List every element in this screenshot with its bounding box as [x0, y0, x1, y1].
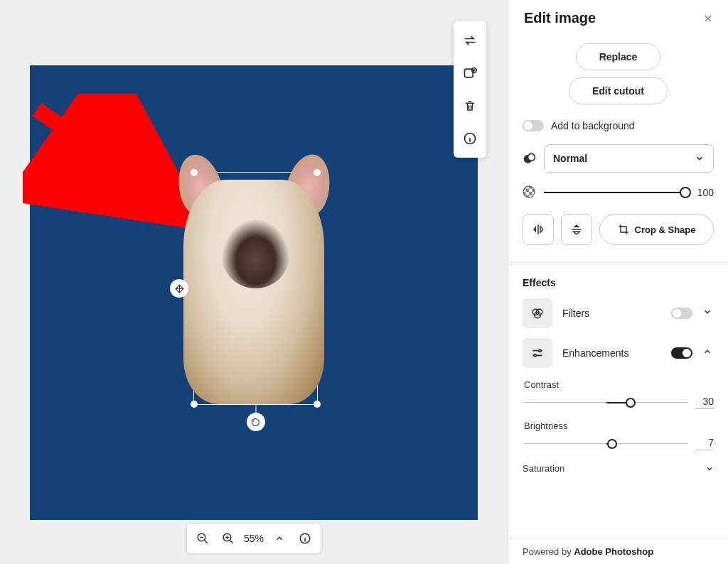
zoom-in-icon — [222, 532, 235, 545]
chevron-down-icon — [705, 465, 714, 473]
brightness-group: Brightness 7 — [524, 421, 714, 450]
transform-row: Crop & Shape — [523, 214, 714, 245]
rotate-connector — [255, 404, 256, 413]
filters-toggle[interactable] — [671, 308, 692, 319]
footer-prefix: Powered by — [523, 546, 574, 557]
filters-row: Filters — [523, 298, 714, 328]
info-icon — [299, 532, 311, 545]
replace-button[interactable]: Replace — [576, 43, 661, 70]
panel-title: Edit image — [524, 10, 596, 26]
move-icon — [175, 284, 184, 293]
footer-brand: Adobe Photoshop — [574, 546, 653, 557]
add-image-icon — [463, 66, 477, 80]
saturation-label: Saturation — [523, 463, 564, 474]
selected-image[interactable] — [193, 172, 318, 405]
zoom-fit-button[interactable] — [269, 528, 289, 548]
divider — [508, 262, 728, 263]
saturation-row: Saturation — [523, 463, 714, 474]
opacity-slider[interactable] — [544, 192, 685, 193]
resize-handle-bottom-right[interactable] — [314, 401, 321, 408]
enhancements-row: Enhancements — [523, 338, 714, 368]
add-image-button[interactable] — [454, 57, 486, 90]
move-handle[interactable] — [170, 279, 188, 298]
annotation-arrow — [23, 94, 208, 236]
blend-mode-value: Normal — [553, 153, 587, 164]
svg-point-16 — [539, 349, 541, 352]
artboard[interactable] — [30, 65, 478, 520]
panel-header: Edit image — [508, 0, 728, 33]
chevron-up-icon — [274, 533, 284, 543]
object-toolbar — [454, 21, 486, 158]
trash-icon — [464, 99, 476, 113]
contrast-thumb[interactable] — [626, 398, 636, 408]
edit-cutout-button[interactable]: Edit cutout — [569, 77, 668, 104]
effects-title: Effects — [523, 277, 714, 288]
opacity-icon — [523, 185, 537, 200]
blend-mode-icon — [523, 151, 537, 166]
blend-mode-row: Normal — [523, 144, 714, 173]
add-to-background-label: Add to background — [551, 120, 635, 131]
zoom-percent: 55% — [244, 533, 264, 544]
rotate-handle[interactable] — [247, 413, 265, 431]
swap-button[interactable] — [454, 24, 486, 57]
zoom-out-button[interactable] — [193, 528, 213, 548]
enhancements-toggle[interactable] — [671, 347, 692, 359]
blend-mode-select[interactable]: Normal — [544, 144, 714, 173]
chevron-down-icon — [702, 307, 712, 317]
zoom-out-icon — [196, 532, 209, 545]
flip-horizontal-button[interactable] — [523, 214, 554, 245]
brightness-thumb[interactable] — [607, 439, 617, 449]
enhancements-collapse[interactable] — [702, 347, 714, 359]
svg-point-17 — [534, 354, 536, 357]
brightness-slider[interactable] — [524, 443, 688, 444]
canvas-area: 55% — [0, 0, 508, 564]
zoom-info-button[interactable] — [295, 528, 315, 548]
panel-scroll[interactable]: Replace Edit cutout Add to background No… — [508, 33, 728, 538]
contrast-label: Contrast — [524, 379, 714, 390]
svg-point-8 — [528, 153, 535, 161]
info-button[interactable] — [454, 122, 486, 155]
zoom-in-button[interactable] — [218, 528, 238, 548]
flip-vertical-button[interactable] — [561, 214, 592, 245]
adjust-icon — [523, 338, 552, 368]
filters-icon — [523, 298, 552, 328]
add-to-background-row: Add to background — [523, 120, 714, 131]
info-icon — [463, 131, 477, 146]
chevron-down-icon — [695, 153, 705, 163]
resize-handle-bottom-left[interactable] — [191, 401, 198, 408]
panel-close-button[interactable] — [701, 11, 715, 26]
svg-line-0 — [37, 109, 172, 205]
contrast-slider[interactable] — [524, 402, 688, 403]
opacity-row: 100 — [523, 185, 714, 200]
delete-button[interactable] — [454, 90, 486, 122]
filters-label: Filters — [562, 308, 661, 319]
close-icon — [703, 13, 713, 23]
zoom-toolbar: 55% — [186, 523, 321, 554]
opacity-thumb[interactable] — [680, 187, 691, 198]
contrast-value: 30 — [695, 396, 714, 409]
swap-horizontal-icon — [463, 33, 477, 48]
dog-cutout — [194, 173, 317, 404]
brightness-value: 7 — [695, 437, 714, 450]
crop-icon — [618, 224, 629, 235]
flip-vertical-icon — [570, 222, 583, 237]
chevron-up-icon — [702, 347, 712, 357]
resize-handle-top-right[interactable] — [314, 169, 321, 176]
svg-point-12 — [523, 186, 535, 197]
rotate-icon — [251, 418, 260, 427]
opacity-value: 100 — [692, 187, 714, 198]
contrast-group: Contrast 30 — [524, 379, 714, 409]
enhancements-label: Enhancements — [562, 347, 661, 359]
add-to-background-toggle[interactable] — [523, 120, 544, 131]
flip-horizontal-icon — [531, 223, 545, 236]
crop-shape-button[interactable]: Crop & Shape — [599, 214, 714, 245]
resize-handle-top-left[interactable] — [191, 169, 198, 176]
filters-expand[interactable] — [702, 307, 714, 320]
crop-shape-label: Crop & Shape — [635, 224, 696, 235]
brightness-label: Brightness — [524, 421, 714, 431]
panel-footer: Powered by Adobe Photoshop — [508, 538, 728, 564]
edit-image-panel: Edit image Replace Edit cutout Add to ba… — [508, 0, 728, 564]
